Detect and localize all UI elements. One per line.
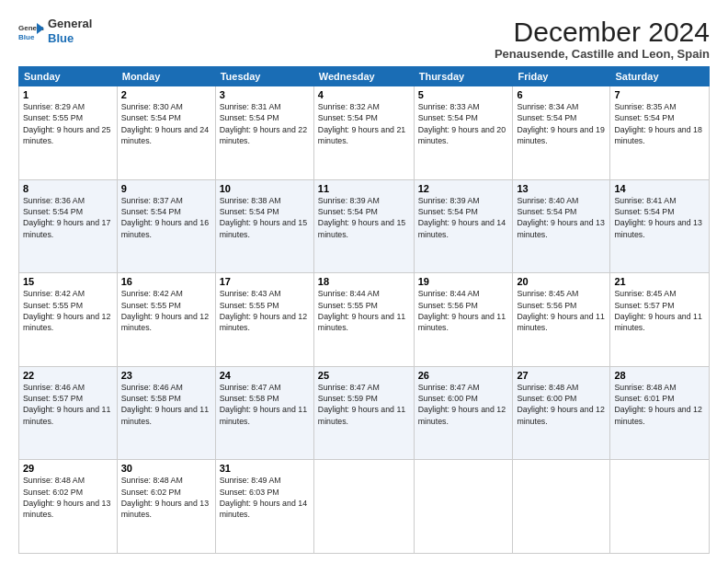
day-info: Sunrise: 8:30 AMSunset: 5:54 PMDaylight:… — [121, 101, 211, 146]
day-number: 31 — [220, 463, 310, 474]
day-number: 2 — [121, 89, 211, 100]
day-info: Sunrise: 8:32 AMSunset: 5:54 PMDaylight:… — [318, 101, 410, 146]
col-saturday: Saturday — [610, 67, 710, 86]
day-info: Sunrise: 8:31 AMSunset: 5:54 PMDaylight:… — [220, 101, 310, 146]
day-info: Sunrise: 8:38 AMSunset: 5:54 PMDaylight:… — [220, 195, 310, 240]
day-number: 7 — [614, 89, 705, 100]
day-info: Sunrise: 8:48 AMSunset: 6:02 PMDaylight:… — [121, 475, 211, 520]
day-number: 11 — [318, 183, 410, 194]
day-info: Sunrise: 8:33 AMSunset: 5:54 PMDaylight:… — [418, 101, 509, 146]
calendar-day-cell: 29Sunrise: 8:48 AMSunset: 6:02 PMDayligh… — [19, 460, 118, 554]
day-info: Sunrise: 8:35 AMSunset: 5:54 PMDaylight:… — [614, 101, 705, 146]
day-info: Sunrise: 8:34 AMSunset: 5:54 PMDaylight:… — [517, 101, 606, 146]
logo-wordmark: General Blue — [48, 17, 92, 45]
header: General Blue General Blue December 2024 … — [18, 17, 710, 61]
day-number: 5 — [418, 89, 509, 100]
day-info: Sunrise: 8:45 AMSunset: 5:57 PMDaylight:… — [614, 288, 705, 333]
day-number: 15 — [23, 276, 113, 287]
day-info: Sunrise: 8:47 AMSunset: 6:00 PMDaylight:… — [418, 382, 509, 427]
day-number: 9 — [121, 183, 211, 194]
calendar-week-row: 1Sunrise: 8:29 AMSunset: 5:55 PMDaylight… — [19, 86, 710, 180]
calendar-day-cell: 19Sunrise: 8:44 AMSunset: 5:56 PMDayligh… — [414, 273, 513, 367]
day-number: 22 — [23, 370, 113, 381]
day-number: 6 — [517, 89, 606, 100]
day-number: 28 — [614, 370, 705, 381]
day-info: Sunrise: 8:47 AMSunset: 5:58 PMDaylight:… — [220, 382, 310, 427]
calendar-day-cell: 26Sunrise: 8:47 AMSunset: 6:00 PMDayligh… — [414, 366, 513, 460]
calendar-day-cell: 18Sunrise: 8:44 AMSunset: 5:55 PMDayligh… — [313, 273, 414, 367]
day-info: Sunrise: 8:44 AMSunset: 5:56 PMDaylight:… — [418, 288, 509, 333]
calendar-day-cell: 10Sunrise: 8:38 AMSunset: 5:54 PMDayligh… — [215, 179, 313, 273]
col-tuesday: Tuesday — [215, 67, 313, 86]
calendar-day-cell: 25Sunrise: 8:47 AMSunset: 5:59 PMDayligh… — [313, 366, 414, 460]
day-info: Sunrise: 8:47 AMSunset: 5:59 PMDaylight:… — [318, 382, 410, 427]
day-info: Sunrise: 8:48 AMSunset: 6:01 PMDaylight:… — [614, 382, 705, 427]
day-number: 30 — [121, 463, 211, 474]
calendar-day-cell — [414, 460, 513, 554]
col-sunday: Sunday — [19, 67, 118, 86]
day-info: Sunrise: 8:48 AMSunset: 6:02 PMDaylight:… — [23, 475, 113, 520]
day-number: 13 — [517, 183, 606, 194]
calendar-week-row: 29Sunrise: 8:48 AMSunset: 6:02 PMDayligh… — [19, 460, 710, 554]
day-info: Sunrise: 8:44 AMSunset: 5:55 PMDaylight:… — [318, 288, 410, 333]
calendar-day-cell: 8Sunrise: 8:36 AMSunset: 5:54 PMDaylight… — [19, 179, 118, 273]
calendar-day-cell: 1Sunrise: 8:29 AMSunset: 5:55 PMDaylight… — [19, 86, 118, 180]
calendar-day-cell: 23Sunrise: 8:46 AMSunset: 5:58 PMDayligh… — [117, 366, 215, 460]
subtitle: Penausende, Castille and Leon, Spain — [495, 47, 710, 61]
day-number: 1 — [23, 89, 113, 100]
day-number: 25 — [318, 370, 410, 381]
day-number: 24 — [220, 370, 310, 381]
calendar-day-cell: 3Sunrise: 8:31 AMSunset: 5:54 PMDaylight… — [215, 86, 313, 180]
day-number: 26 — [418, 370, 509, 381]
calendar-day-cell: 14Sunrise: 8:41 AMSunset: 5:54 PMDayligh… — [610, 179, 710, 273]
calendar-day-cell — [513, 460, 610, 554]
calendar-day-cell: 31Sunrise: 8:49 AMSunset: 6:03 PMDayligh… — [215, 460, 313, 554]
day-number: 14 — [614, 183, 705, 194]
day-number: 21 — [614, 276, 705, 287]
day-number: 17 — [220, 276, 310, 287]
col-monday: Monday — [117, 67, 215, 86]
svg-text:Blue: Blue — [18, 33, 35, 41]
day-info: Sunrise: 8:46 AMSunset: 5:58 PMDaylight:… — [121, 382, 211, 427]
day-info: Sunrise: 8:43 AMSunset: 5:55 PMDaylight:… — [220, 288, 310, 333]
day-info: Sunrise: 8:39 AMSunset: 5:54 PMDaylight:… — [418, 195, 509, 240]
day-info: Sunrise: 8:39 AMSunset: 5:54 PMDaylight:… — [318, 195, 410, 240]
day-info: Sunrise: 8:48 AMSunset: 6:00 PMDaylight:… — [517, 382, 606, 427]
calendar-day-cell — [610, 460, 710, 554]
logo-icon: General Blue — [18, 21, 44, 41]
day-number: 27 — [517, 370, 606, 381]
calendar-day-cell: 5Sunrise: 8:33 AMSunset: 5:54 PMDaylight… — [414, 86, 513, 180]
day-info: Sunrise: 8:29 AMSunset: 5:55 PMDaylight:… — [23, 101, 113, 146]
calendar-day-cell: 11Sunrise: 8:39 AMSunset: 5:54 PMDayligh… — [313, 179, 414, 273]
day-info: Sunrise: 8:42 AMSunset: 5:55 PMDaylight:… — [23, 288, 113, 333]
day-number: 29 — [23, 463, 113, 474]
calendar-day-cell: 12Sunrise: 8:39 AMSunset: 5:54 PMDayligh… — [414, 179, 513, 273]
calendar-day-cell: 6Sunrise: 8:34 AMSunset: 5:54 PMDaylight… — [513, 86, 610, 180]
calendar-day-cell: 4Sunrise: 8:32 AMSunset: 5:54 PMDaylight… — [313, 86, 414, 180]
day-info: Sunrise: 8:40 AMSunset: 5:54 PMDaylight:… — [517, 195, 606, 240]
page: General Blue General Blue December 2024 … — [0, 0, 728, 563]
day-info: Sunrise: 8:42 AMSunset: 5:55 PMDaylight:… — [121, 288, 211, 333]
calendar-day-cell: 21Sunrise: 8:45 AMSunset: 5:57 PMDayligh… — [610, 273, 710, 367]
col-thursday: Thursday — [414, 67, 513, 86]
header-row: Sunday Monday Tuesday Wednesday Thursday… — [19, 67, 710, 86]
day-info: Sunrise: 8:36 AMSunset: 5:54 PMDaylight:… — [23, 195, 113, 240]
calendar-day-cell: 13Sunrise: 8:40 AMSunset: 5:54 PMDayligh… — [513, 179, 610, 273]
logo: General Blue General Blue — [18, 17, 92, 45]
day-info: Sunrise: 8:49 AMSunset: 6:03 PMDaylight:… — [220, 475, 310, 520]
calendar-week-row: 8Sunrise: 8:36 AMSunset: 5:54 PMDaylight… — [19, 179, 710, 273]
main-title: December 2024 — [495, 17, 710, 47]
calendar-day-cell: 22Sunrise: 8:46 AMSunset: 5:57 PMDayligh… — [19, 366, 118, 460]
day-number: 3 — [220, 89, 310, 100]
day-number: 16 — [121, 276, 211, 287]
day-number: 18 — [318, 276, 410, 287]
calendar-day-cell: 27Sunrise: 8:48 AMSunset: 6:00 PMDayligh… — [513, 366, 610, 460]
day-number: 4 — [318, 89, 410, 100]
calendar-day-cell: 24Sunrise: 8:47 AMSunset: 5:58 PMDayligh… — [215, 366, 313, 460]
col-wednesday: Wednesday — [313, 67, 414, 86]
day-number: 10 — [220, 183, 310, 194]
calendar-week-row: 15Sunrise: 8:42 AMSunset: 5:55 PMDayligh… — [19, 273, 710, 367]
day-number: 19 — [418, 276, 509, 287]
col-friday: Friday — [513, 67, 610, 86]
calendar-day-cell: 2Sunrise: 8:30 AMSunset: 5:54 PMDaylight… — [117, 86, 215, 180]
